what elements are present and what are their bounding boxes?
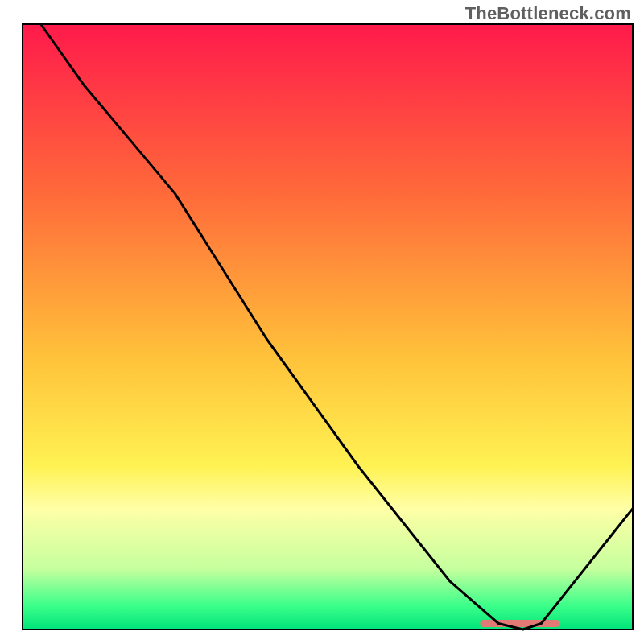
chart-container bbox=[0, 0, 644, 644]
plot-background-gradient bbox=[23, 24, 633, 630]
minimum-marker-band bbox=[481, 620, 560, 627]
bottleneck-chart bbox=[0, 0, 644, 644]
